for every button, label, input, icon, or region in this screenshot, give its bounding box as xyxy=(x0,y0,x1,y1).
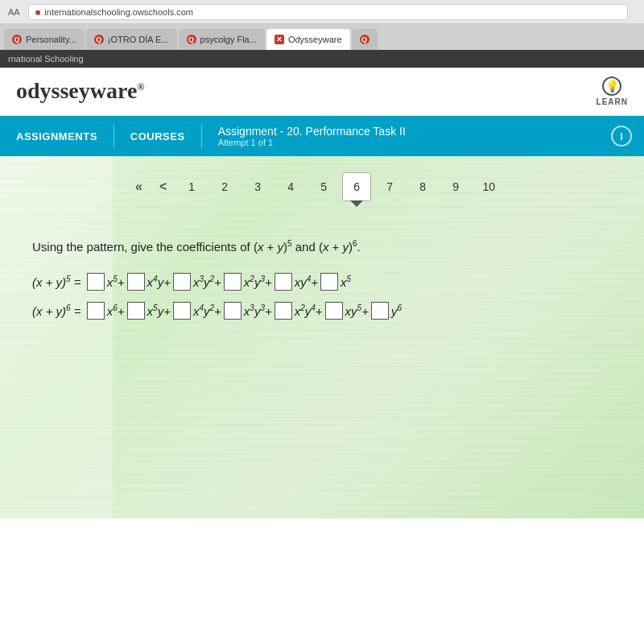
browser-chrome: AA ■ internationalschooling.owschools.co… xyxy=(0,0,644,24)
math-line-2: (x + y)6 = x6+ x5y+ x4y2+ x3y3+ x2y4+ xy… xyxy=(32,302,612,320)
term-1-5: xy4+ xyxy=(295,275,318,289)
term-2-6: xy5+ xyxy=(345,303,369,318)
coeff-2-5[interactable] xyxy=(275,302,292,320)
line1-label: (x + y)5 = xyxy=(32,275,85,289)
coeff-1-4[interactable] xyxy=(224,273,242,291)
pagination: « < 1 2 3 4 5 6 7 8 9 10 xyxy=(113,156,644,213)
assignment-title: Assignment - 20. Performance Task II xyxy=(218,125,595,138)
nav-assignments[interactable]: ASSIGNMENTS xyxy=(0,116,114,156)
tab-icon-otro: Q xyxy=(94,35,104,44)
coeff-1-2[interactable] xyxy=(127,273,145,291)
tab-icon-extra: Q xyxy=(360,35,369,44)
nav-assignment-info: Assignment - 20. Performance Task II Att… xyxy=(202,125,611,147)
page-5[interactable]: 5 xyxy=(309,172,338,201)
coeff-1-1[interactable] xyxy=(87,273,105,291)
math-line-1: (x + y)5 = x5+ x4y+ x3y2+ x2y3+ xy4+ x5 xyxy=(32,273,612,291)
coeff-2-4[interactable] xyxy=(224,302,242,320)
tab-bar: Q Personality... Q ¡OTRO DÍA E... Q psyc… xyxy=(0,24,644,50)
tab-personality[interactable]: Q Personality... xyxy=(4,29,85,50)
assignment-title-label: Assignment xyxy=(218,125,277,138)
logo-sup: ® xyxy=(137,81,144,93)
odysseyware-logo: odysseyware® xyxy=(16,78,144,104)
tab-extra[interactable]: Q xyxy=(352,29,378,50)
address-text: internationalschooling.owschools.com xyxy=(44,7,193,17)
term-1-6: x5 xyxy=(341,275,351,289)
site-bar: rnational Schooling xyxy=(0,50,644,68)
line2-label: (x + y)6 = xyxy=(32,303,85,318)
term-1-3: x3y2+ xyxy=(193,275,221,289)
page-2[interactable]: 2 xyxy=(210,172,239,201)
page-back-one[interactable]: < xyxy=(153,175,173,198)
page-4[interactable]: 4 xyxy=(276,172,305,201)
info-button[interactable]: i xyxy=(611,126,632,147)
learn-icon: 💡 xyxy=(602,76,621,96)
term-1-1: x5+ xyxy=(107,275,125,289)
nav-courses-label: COURSES xyxy=(130,130,185,142)
coeff-2-7[interactable] xyxy=(371,302,389,320)
term-2-7: y6 xyxy=(391,303,402,318)
odysseyware-header: odysseyware® 💡 LEARN xyxy=(0,68,644,116)
tab-icon-psycology: Q xyxy=(187,35,196,44)
term-2-1: x6+ xyxy=(107,303,125,318)
term-2-3: x4y2+ xyxy=(193,303,221,318)
tab-psycology[interactable]: Q psycolgy Fla... xyxy=(179,29,265,50)
term-1-4: x2y3+ xyxy=(244,275,272,289)
term-2-4: x3y3+ xyxy=(244,303,272,318)
page-6[interactable]: 6 xyxy=(342,172,371,201)
coeff-2-1[interactable] xyxy=(87,302,105,320)
coeff-1-6[interactable] xyxy=(320,273,338,291)
tab-label-odysseyware: Odysseyware xyxy=(288,35,342,44)
question-instruction: Using the pattern, give the coefficients… xyxy=(32,237,612,257)
assignment-subtitle: - 20. Performance Task II xyxy=(280,125,406,138)
question-area: Using the pattern, give the coefficients… xyxy=(0,213,644,355)
tab-label-otro: ¡OTRO DÍA E... xyxy=(108,35,169,44)
attempt-label: Attempt 1 of 1 xyxy=(218,138,595,147)
coeff-1-5[interactable] xyxy=(275,273,292,291)
nav-courses[interactable]: COURSES xyxy=(114,116,201,156)
content-area: « < 1 2 3 4 5 6 7 8 9 10 Using the patte… xyxy=(0,156,644,518)
coeff-2-2[interactable] xyxy=(127,302,145,320)
learn-label: LEARN xyxy=(597,97,628,106)
info-icon: i xyxy=(620,130,623,142)
page-9[interactable]: 9 xyxy=(441,172,470,201)
learn-button[interactable]: 💡 LEARN xyxy=(597,76,628,106)
tab-otro[interactable]: Q ¡OTRO DÍA E... xyxy=(86,29,177,50)
site-label: rnational Schooling xyxy=(8,54,84,64)
page-10[interactable]: 10 xyxy=(474,172,503,201)
page-8[interactable]: 8 xyxy=(408,172,437,201)
term-1-2: x4y+ xyxy=(147,275,171,289)
coeff-2-6[interactable] xyxy=(325,302,343,320)
tab-label-psycology: psycolgy Fla... xyxy=(200,35,257,44)
page-1[interactable]: 1 xyxy=(177,172,206,201)
tab-odysseyware[interactable]: ✕ Odysseyware xyxy=(266,29,350,50)
term-2-2: x5y+ xyxy=(147,303,171,318)
tab-icon-odysseyware: ✕ xyxy=(275,35,284,44)
page-7[interactable]: 7 xyxy=(375,172,404,201)
tab-label-personality: Personality... xyxy=(26,35,76,44)
page-back-all[interactable]: « xyxy=(129,175,149,198)
nav-assignments-label: ASSIGNMENTS xyxy=(16,130,97,142)
logo-text: odysseyware xyxy=(16,78,137,103)
address-left: AA xyxy=(8,7,20,17)
coeff-2-3[interactable] xyxy=(173,302,191,320)
address-bar[interactable]: ■ internationalschooling.owschools.com xyxy=(28,4,628,20)
term-2-5: x2y4+ xyxy=(295,303,323,318)
tab-icon-personality: Q xyxy=(12,35,22,44)
nav-bar: ASSIGNMENTS COURSES Assignment - 20. Per… xyxy=(0,116,644,156)
coeff-1-3[interactable] xyxy=(173,273,191,291)
page-3[interactable]: 3 xyxy=(243,172,272,201)
